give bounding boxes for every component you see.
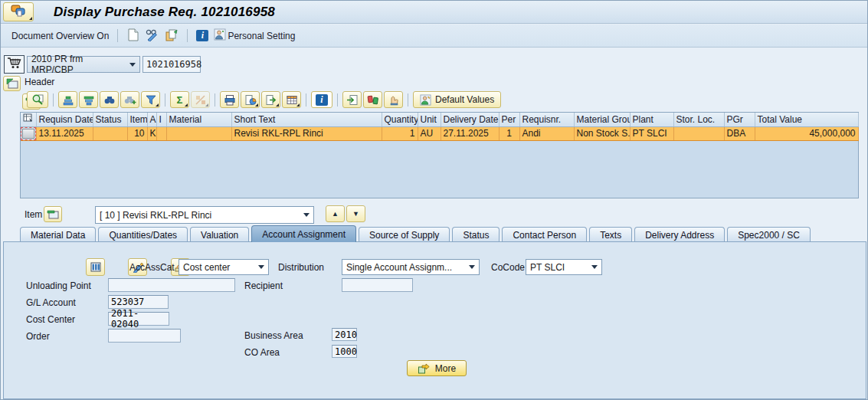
acc-ass-cat-dropdown[interactable]: Cost center: [179, 259, 269, 275]
col-header-material-group[interactable]: Material Group: [574, 113, 630, 126]
document-overview-button[interactable]: Document Overview On: [11, 31, 109, 41]
new-document-icon[interactable]: [126, 28, 139, 44]
tab-source-of-supply[interactable]: Source of Supply: [359, 227, 450, 242]
cell-total-value[interactable]: 45,000,000: [755, 126, 858, 140]
cell-material-group[interactable]: Non Stock S...: [574, 126, 630, 140]
unloading-point-field[interactable]: [108, 278, 235, 292]
services-menu-button[interactable]: [3, 2, 34, 21]
col-header-item[interactable]: Item: [127, 113, 147, 126]
more-button[interactable]: More: [407, 360, 467, 376]
grid-columns-icon: [90, 261, 102, 273]
print-button[interactable]: [220, 91, 239, 108]
row-selector-button[interactable]: [22, 129, 34, 139]
col-header-unit[interactable]: Unit: [418, 113, 441, 126]
display-change-icon[interactable]: [145, 28, 159, 44]
default-values-button[interactable]: Default Values: [413, 91, 501, 108]
table-row[interactable]: 13.11.2025 10 K Revisi RKL-RPL Rinci 1 A…: [21, 126, 858, 140]
co-area-label: CO Area: [244, 347, 280, 358]
sort-descending-button[interactable]: [79, 91, 98, 108]
tab-valuation[interactable]: Valuation: [190, 227, 249, 242]
order-label: Order: [26, 331, 50, 342]
col-header-i[interactable]: I: [156, 113, 166, 126]
tab-status[interactable]: Status: [452, 227, 500, 242]
col-header-pgr[interactable]: PGr: [724, 113, 755, 126]
cell-per[interactable]: 1: [499, 126, 519, 140]
table-information-button[interactable]: i: [311, 91, 332, 108]
subtotal-button[interactable]: [191, 91, 210, 108]
cell-i[interactable]: [156, 126, 166, 140]
col-header-total-value[interactable]: Total Value: [755, 113, 858, 126]
cell-requisnr[interactable]: Andi: [519, 126, 574, 140]
cell-short-text[interactable]: Revisi RKL-RPL Rinci: [231, 126, 382, 140]
copy-icon[interactable]: [165, 28, 179, 44]
col-header-short-text[interactable]: Short Text: [231, 113, 382, 126]
details-button[interactable]: [27, 91, 48, 108]
cell-material[interactable]: [166, 126, 231, 140]
order-field[interactable]: [108, 329, 181, 343]
tab-quantities-dates[interactable]: Quantities/Dates: [98, 227, 188, 242]
col-header-delivery-date[interactable]: Delivery Date: [441, 113, 499, 126]
toolbar-separator: [215, 93, 215, 107]
co-code-dropdown[interactable]: PT SLCI: [526, 259, 602, 275]
col-header-a[interactable]: A: [147, 113, 156, 126]
personal-setting-button[interactable]: Personal Setting: [214, 28, 295, 43]
item-collapse-button[interactable]: [44, 206, 62, 222]
tab-contact-person[interactable]: Contact Person: [502, 227, 587, 242]
sort-ascending-button[interactable]: [58, 91, 77, 108]
filter-button[interactable]: [141, 91, 160, 108]
cell-quantity[interactable]: 1: [382, 126, 418, 140]
cell-plant[interactable]: PT SLCI: [630, 126, 673, 140]
account-assignment-layout-button[interactable]: [86, 258, 105, 276]
find-button[interactable]: [100, 91, 119, 108]
select-all-header[interactable]: [21, 113, 36, 126]
cell-delivery-date[interactable]: 27.11.2025: [441, 126, 499, 140]
tab-material-data[interactable]: Material Data: [20, 227, 96, 242]
tab-delivery-address[interactable]: Delivery Address: [634, 227, 725, 242]
item-dropdown[interactable]: [ 10 ] Revisi RKL-RPL Rinci: [95, 206, 314, 224]
gl-account-field[interactable]: 523037: [108, 295, 169, 309]
export-button[interactable]: [261, 91, 280, 108]
cost-center-field[interactable]: 2011-02040: [108, 312, 169, 326]
col-header-plant[interactable]: Plant: [630, 113, 673, 126]
layout-button[interactable]: [282, 91, 301, 108]
toolbar-separator: [53, 93, 54, 107]
cell-item[interactable]: 10: [127, 126, 147, 140]
cell-unit[interactable]: AU: [418, 126, 441, 140]
views-button[interactable]: [241, 91, 260, 108]
co-area-field[interactable]: 1000: [332, 345, 357, 358]
cell-requisn-date[interactable]: 13.11.2025: [36, 126, 93, 140]
col-header-quantity[interactable]: Quantity: [382, 113, 418, 126]
cell-status[interactable]: [93, 126, 127, 140]
purchase-req-number-field[interactable]: 1021016958: [142, 56, 201, 73]
tags-button[interactable]: [363, 91, 382, 108]
chevron-down-icon: [258, 265, 264, 269]
hold-button[interactable]: [384, 91, 403, 108]
header-expand-button[interactable]: [3, 76, 21, 91]
distribution-dropdown[interactable]: Single Account Assignm...: [342, 259, 480, 275]
cell-pgr[interactable]: DBA: [724, 126, 755, 140]
more-arrow-icon: [418, 363, 430, 374]
recipient-field[interactable]: [342, 278, 413, 292]
cell-stor-loc[interactable]: [673, 126, 724, 140]
col-header-stor-loc[interactable]: Stor. Loc.: [673, 113, 724, 126]
cell-a[interactable]: K: [147, 126, 156, 140]
shopping-cart-button[interactable]: [4, 55, 25, 74]
tab-texts[interactable]: Texts: [589, 227, 632, 242]
col-header-requisn-date[interactable]: Requisn Date: [36, 113, 93, 126]
col-header-material[interactable]: Material: [166, 113, 231, 126]
col-header-status[interactable]: Status: [93, 113, 127, 126]
business-area-field[interactable]: 2010: [332, 328, 357, 341]
toolbar-separator: [117, 29, 118, 42]
col-header-requisnr[interactable]: Requisnr.: [519, 113, 574, 126]
tab-account-assignment[interactable]: Account Assignment: [251, 225, 356, 242]
find-next-button[interactable]: [120, 91, 139, 108]
col-header-per[interactable]: Per: [499, 113, 519, 126]
graphic-button[interactable]: [342, 91, 362, 108]
information-icon[interactable]: i: [196, 30, 208, 41]
previous-item-button[interactable]: ▲: [326, 205, 345, 222]
next-item-button[interactable]: ▼: [346, 205, 365, 222]
sum-button[interactable]: Σ: [170, 91, 189, 108]
row-selector-cell[interactable]: [21, 126, 36, 140]
document-type-dropdown[interactable]: 2010 PR frm MRP/CBP: [27, 56, 140, 73]
tab-spec2000-sc[interactable]: Spec2000 / SC: [727, 227, 811, 242]
